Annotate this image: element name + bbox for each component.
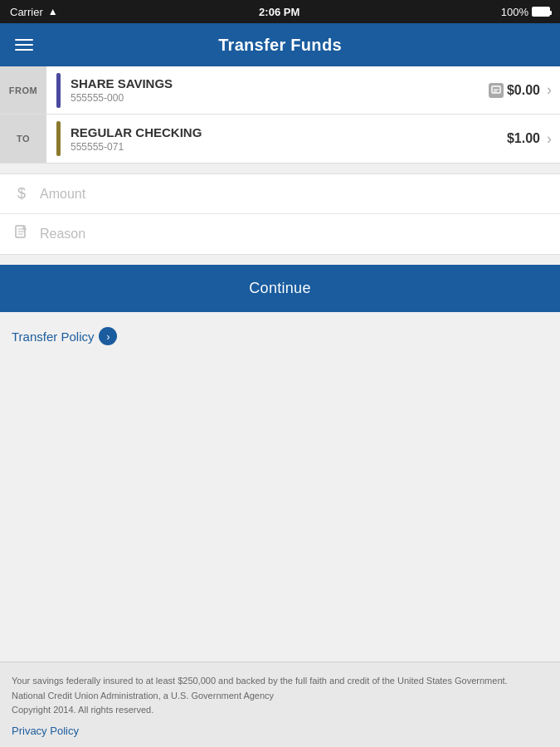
status-time: 2:06 PM: [259, 6, 299, 18]
footer: Your savings federally insured to at lea…: [0, 662, 560, 747]
policy-arrow-icon: ›: [99, 327, 117, 345]
reason-field-row: [0, 214, 560, 254]
to-account-balance: $1.00: [507, 131, 540, 146]
app-header: Transfer Funds: [0, 23, 560, 66]
footer-line1: Your savings federally insured to at lea…: [12, 674, 548, 689]
amount-input[interactable]: [40, 187, 547, 202]
from-account-info: SHARE SAVINGS 555555-000: [71, 76, 489, 104]
privacy-policy-link[interactable]: Privacy Policy: [12, 725, 79, 737]
status-bar: Carrier ▲ 2:06 PM 100%: [0, 0, 560, 23]
amount-field-row: $: [0, 174, 560, 214]
to-chevron-right-icon: ›: [547, 130, 552, 148]
from-account-row[interactable]: FROM SHARE SAVINGS 555555-000 $0.00 ›: [0, 66, 560, 115]
from-account-name: SHARE SAVINGS: [71, 76, 489, 90]
from-account-color-bar: [56, 73, 61, 108]
hamburger-line-3: [15, 49, 33, 51]
hamburger-line-1: [15, 39, 33, 41]
policy-section: Transfer Policy ›: [0, 312, 560, 360]
battery-percentage: 100%: [501, 6, 528, 18]
to-account-row[interactable]: TO REGULAR CHECKING 555555-071 $1.00 ›: [0, 115, 560, 163]
carrier-label: Carrier: [10, 6, 43, 18]
account-section: FROM SHARE SAVINGS 555555-000 $0.00 ›: [0, 66, 560, 164]
to-account-number: 555555-071: [71, 141, 507, 153]
to-account-color-bar: [56, 121, 61, 156]
wifi-icon: ▲: [48, 6, 58, 17]
transfer-policy-label: Transfer Policy: [12, 330, 94, 344]
reason-input[interactable]: [40, 227, 547, 242]
status-right: 100%: [501, 6, 550, 18]
to-label: TO: [0, 115, 46, 163]
to-account-balance-area: $1.00 ›: [507, 130, 560, 148]
from-label: FROM: [0, 66, 46, 114]
from-chevron-right-icon: ›: [547, 81, 552, 99]
page-title: Transfer Funds: [218, 36, 342, 55]
transfer-policy-link[interactable]: Transfer Policy ›: [12, 327, 117, 345]
hamburger-line-2: [15, 44, 33, 46]
footer-line3: Copyright 2014. All rights reserved.: [12, 703, 548, 718]
main-content: FROM SHARE SAVINGS 555555-000 $0.00 ›: [0, 66, 560, 747]
from-account-balance: $0.00: [507, 83, 540, 98]
footer-line2: National Credit Union Administration, a …: [12, 689, 548, 704]
document-icon: [13, 225, 30, 244]
to-account-name: REGULAR CHECKING: [71, 125, 507, 139]
from-account-balance-area: $0.00 ›: [489, 81, 560, 99]
form-section: $: [0, 173, 560, 255]
continue-button[interactable]: Continue: [0, 265, 560, 312]
from-balance-icon: [489, 83, 504, 98]
to-account-info: REGULAR CHECKING 555555-071: [71, 125, 507, 153]
footer-text: Your savings federally insured to at lea…: [12, 674, 548, 718]
battery-icon: [532, 7, 550, 17]
dollar-icon: $: [13, 185, 30, 203]
menu-button[interactable]: [12, 36, 37, 54]
status-left: Carrier ▲: [10, 6, 58, 18]
from-account-number: 555555-000: [71, 92, 489, 104]
